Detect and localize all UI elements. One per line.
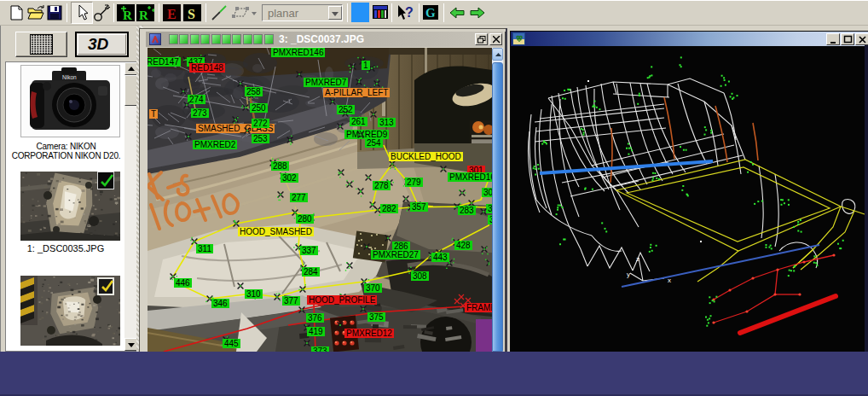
svg-text:S: S (188, 7, 195, 21)
svg-text:?: ? (405, 5, 414, 20)
svg-text:Nikon: Nikon (62, 74, 77, 80)
svg-text:R: R (139, 9, 148, 21)
svg-text:E: E (167, 7, 176, 21)
svg-text:G: G (425, 6, 436, 20)
svg-text:y: y (627, 271, 630, 278)
svg-text:z: z (636, 255, 639, 263)
